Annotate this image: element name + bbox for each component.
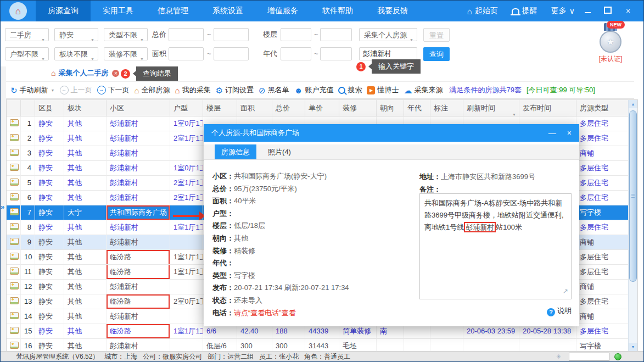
table-row[interactable]: 15静安其他临汾路1室1厅1卫6/642.4018844339简单装修南20-0… <box>7 324 629 339</box>
column-header-district[interactable]: 区县 <box>35 100 64 116</box>
menu-item-1[interactable]: 实用工具 <box>91 1 145 21</box>
district-select[interactable]: 静安▼ <box>54 28 98 41</box>
floor-min-input[interactable] <box>281 28 311 41</box>
photo-icon[interactable] <box>10 193 19 201</box>
photo-icon[interactable] <box>10 312 19 319</box>
search-button[interactable]: 搜索 <box>338 85 362 95</box>
home-page-button[interactable]: ⌂ 起始页 <box>467 6 498 16</box>
layout-select[interactable]: 户型不限▼ <box>5 47 49 60</box>
year-min-input[interactable] <box>281 47 311 60</box>
year-max-input[interactable] <box>320 47 352 60</box>
my-collect-button[interactable]: ⌂我的采集 <box>175 85 211 95</box>
menu-item-5[interactable]: 软件帮助 <box>310 1 365 21</box>
manual-refresh-button[interactable]: ↻手动刷新▼ <box>10 85 55 95</box>
remark-textarea[interactable]: 共和国际商务广场-A栋静安区-场中路共和新路3699号甲级商务楼，地铁站附近交通… <box>419 193 572 299</box>
column-header-floor[interactable]: 楼层 <box>203 100 237 116</box>
vertical-scrollbar[interactable]: ▲ ▼ <box>628 100 637 351</box>
remind-button[interactable]: 提醒 <box>512 6 537 16</box>
photo-icon[interactable] <box>10 179 19 186</box>
menu-item-2[interactable]: 信息管理 <box>145 1 200 21</box>
tab-photos[interactable]: 照片(4) <box>256 144 303 159</box>
column-header-unit[interactable]: 单价 <box>305 100 339 116</box>
column-header-area[interactable]: 面积 <box>237 100 272 116</box>
help-link[interactable]: ?说明 <box>419 306 572 316</box>
next-page-button[interactable]: →下一页 <box>97 85 130 95</box>
subscribe-settings-button[interactable]: ⚙订阅设置 <box>216 85 254 95</box>
minimize-button[interactable] <box>580 7 595 15</box>
listing-kind-select[interactable]: 二手房▼ <box>5 28 49 41</box>
menu-item-3[interactable]: 系统设置 <box>200 1 255 21</box>
cell-block: 其他 <box>64 280 107 294</box>
area-min-input[interactable] <box>169 47 204 60</box>
status-input[interactable] <box>569 353 609 361</box>
photo-icon[interactable] <box>10 253 19 260</box>
type-select[interactable]: 类型不限▼ <box>104 28 148 41</box>
menu-item-0[interactable]: 房源查询 <box>36 1 91 21</box>
photo-icon[interactable] <box>10 208 19 215</box>
column-header-community[interactable]: 小区 <box>107 100 170 116</box>
keyword-input[interactable]: 彭浦新村 <box>359 47 417 60</box>
sort-caret-icon[interactable]: ▼ <box>512 107 516 116</box>
close-button[interactable]: × <box>620 7 636 15</box>
search-button[interactable]: 查询 <box>423 47 450 61</box>
floor-max-input[interactable] <box>320 28 352 41</box>
menu-item-6[interactable]: 我要反馈 <box>365 1 420 21</box>
deco-select[interactable]: 装修不限▼ <box>104 47 148 60</box>
all-listings-button[interactable]: ⌂全部房源 <box>135 85 170 95</box>
source-select[interactable]: 采集个人房源▼ <box>359 28 417 41</box>
photo-icon[interactable] <box>10 238 19 245</box>
more-menu-button[interactable]: 更多 ∨ <box>551 6 575 16</box>
account-recharge-button[interactable]: ☻账户充值 <box>294 85 334 95</box>
modal-field-value: 写字楼 <box>234 271 255 280</box>
photo-icon[interactable] <box>10 119 19 126</box>
table-row[interactable]: 16静安其他彭浦新村低层/630030031443毛坯写字楼 <box>7 339 629 352</box>
column-header-refresh[interactable]: 刷新时间▼ <box>463 100 519 116</box>
tab-close-icon[interactable]: × <box>112 70 119 77</box>
photo-icon[interactable] <box>10 164 19 171</box>
column-header-img[interactable] <box>7 100 21 116</box>
block-select[interactable]: 板块不限▼ <box>54 47 98 60</box>
blacklist-button[interactable]: ⊘黑名单 <box>259 85 289 95</box>
column-header-facing[interactable]: 朝向 <box>377 100 404 116</box>
maximize-button[interactable] <box>600 7 615 15</box>
dialog-minimize-button[interactable]: — <box>548 129 556 137</box>
scroll-up-icon[interactable]: ▲ <box>629 100 637 108</box>
scrollbar-thumb[interactable] <box>629 110 637 282</box>
column-header-deco[interactable]: 装修 <box>339 100 377 116</box>
column-header-block[interactable]: 板块 <box>64 100 107 116</box>
reset-button[interactable]: 重置 <box>423 28 450 42</box>
tab-collect-personal[interactable]: ⌂ 采集个人二手房 × <box>51 68 119 78</box>
column-header-publish[interactable]: 发布时间 <box>519 100 576 116</box>
expand-panel-handle[interactable]: » <box>1 203 4 211</box>
area-max-input[interactable] <box>214 47 249 60</box>
menu-item-4[interactable]: 增值服务 <box>255 1 310 21</box>
photo-icon[interactable] <box>10 134 19 141</box>
photo-icon[interactable] <box>10 268 19 275</box>
dialog-close-button[interactable]: × <box>567 129 572 137</box>
resize-handle-icon[interactable]: ↗ <box>563 285 568 297</box>
prev-page-button[interactable]: ←上一页 <box>60 85 92 95</box>
column-header-total[interactable]: 总价 <box>272 100 305 116</box>
cell-layout: 2室1厅1卫 <box>170 191 203 205</box>
price-min-input[interactable] <box>169 28 204 41</box>
collect-source-button[interactable]: ☁采集来源 <box>404 85 443 95</box>
dong-doctor-button[interactable]: ▶懂博士 <box>367 85 399 95</box>
scroll-down-icon[interactable]: ▼ <box>629 343 637 351</box>
column-header-type[interactable]: 房源类型 <box>576 100 629 116</box>
column-header-layout[interactable]: 户型 <box>170 100 203 116</box>
modal-field: 发布：20-07-21 17:34 刷新:20-07-21 17:34 <box>212 282 410 294</box>
photo-icon[interactable] <box>10 327 19 334</box>
photo-icon[interactable] <box>10 297 19 304</box>
chevron-down-icon: ▼ <box>140 34 144 47</box>
column-header-note[interactable]: 标注 <box>430 100 463 116</box>
photo-icon[interactable] <box>10 282 19 289</box>
photo-icon[interactable] <box>10 342 19 349</box>
price-max-input[interactable] <box>214 28 249 41</box>
listing-info-fields: 小区：共和国际商务广场(静安-大宁)总价：95万(23750元/平米)面积：40… <box>212 170 410 319</box>
tab-listing-info[interactable]: 房源信息 <box>215 144 256 159</box>
photo-icon[interactable] <box>10 149 19 156</box>
column-header-year[interactable]: 年代 <box>404 100 430 116</box>
column-header-idx[interactable] <box>21 100 35 116</box>
photo-icon[interactable] <box>10 223 19 230</box>
cell-type: 商铺 <box>576 280 629 294</box>
